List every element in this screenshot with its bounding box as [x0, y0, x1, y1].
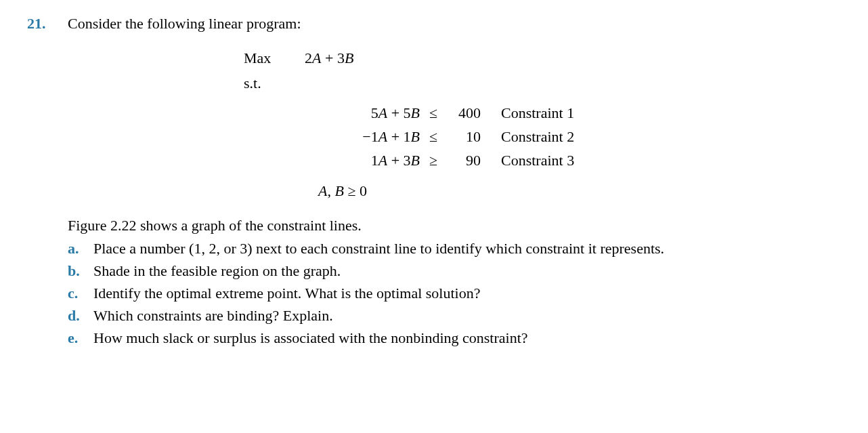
subpart-letter: a.	[68, 239, 93, 260]
subpart-b: b. Shade in the feasible region on the g…	[68, 261, 827, 282]
lp-block: Max 2A + 3B s.t.	[244, 48, 827, 94]
question-number: 21.	[27, 14, 68, 35]
objective-expr: 2A + 3B	[305, 48, 353, 69]
max-label: Max	[244, 48, 305, 69]
constraint-op: ≥	[420, 150, 447, 171]
c1-coef2: 5	[404, 104, 411, 121]
c3-coef1: 1	[371, 152, 378, 169]
obj-plus: +	[321, 49, 337, 66]
subpart-c: c. Identify the optimal extreme point. W…	[68, 283, 827, 304]
figure-reference: Figure 2.22 shows a graph of the constra…	[68, 215, 827, 236]
subparts-list: a. Place a number (1, 2, or 3) next to e…	[68, 239, 827, 348]
constraint-rhs: 400	[447, 103, 481, 124]
subpart-letter: b.	[68, 261, 93, 282]
c3-var1: A	[378, 152, 387, 169]
c1-coef1: 5	[371, 104, 378, 121]
constraint-lhs: 1A + 3B	[284, 150, 420, 171]
subpart-text: Identify the optimal extreme point. What…	[93, 283, 827, 304]
subpart-text: Shade in the feasible region on the grap…	[93, 261, 827, 282]
constraint-label: Constraint 1	[501, 103, 574, 124]
c1-var1: A	[378, 104, 387, 121]
c2-var1: A	[378, 128, 387, 145]
c1-mid: +	[387, 104, 403, 121]
subpart-text: How much slack or surplus is associated …	[93, 328, 827, 349]
constraint-op: ≤	[420, 103, 447, 124]
constraint-rhs: 10	[447, 127, 481, 148]
constraints-block: 5A + 5B ≤ 400 Constraint 1 −1A + 1B ≤ 10…	[284, 103, 827, 171]
st-label: s.t.	[244, 73, 305, 94]
constraint-row: −1A + 1B ≤ 10 Constraint 2	[284, 127, 827, 148]
c2-coef1: −1	[362, 128, 378, 145]
c3-mid: +	[387, 152, 403, 169]
nonneg-rhs: 0	[360, 182, 367, 199]
constraint-lhs: −1A + 1B	[284, 127, 420, 148]
c1-var2: B	[411, 104, 420, 121]
constraint-row: 5A + 5B ≤ 400 Constraint 1	[284, 103, 827, 124]
obj-var2: B	[345, 49, 353, 66]
c3-coef2: 3	[404, 152, 411, 169]
obj-coef2: 3	[337, 49, 345, 66]
subpart-text: Which constraints are binding? Explain.	[93, 306, 827, 327]
constraint-row: 1A + 3B ≥ 90 Constraint 3	[284, 150, 827, 171]
subpart-e: e. How much slack or surplus is associat…	[68, 328, 827, 349]
obj-var1: A	[312, 49, 321, 66]
nonneg-vars: A, B	[318, 182, 344, 199]
nonnegativity-row: A, B ≥ 0	[318, 181, 827, 202]
question-prompt: Consider the following linear program:	[68, 14, 827, 35]
c2-var2: B	[411, 128, 420, 145]
subpart-d: d. Which constraints are binding? Explai…	[68, 306, 827, 327]
nonneg-op: ≥	[344, 182, 360, 199]
subpart-letter: c.	[68, 283, 93, 304]
c3-var2: B	[411, 152, 420, 169]
constraint-label: Constraint 2	[501, 127, 574, 148]
constraint-label: Constraint 3	[501, 150, 574, 171]
st-row: s.t.	[244, 73, 827, 94]
subpart-text: Place a number (1, 2, or 3) next to each…	[93, 239, 827, 260]
question-header: 21. Consider the following linear progra…	[27, 14, 827, 35]
obj-coef1: 2	[305, 49, 312, 66]
constraint-lhs: 5A + 5B	[284, 103, 420, 124]
c2-mid: +	[387, 128, 403, 145]
subpart-letter: e.	[68, 328, 93, 349]
objective-row: Max 2A + 3B	[244, 48, 827, 69]
constraint-rhs: 90	[447, 150, 481, 171]
constraint-op: ≤	[420, 127, 447, 148]
c2-coef2: 1	[404, 128, 411, 145]
subpart-a: a. Place a number (1, 2, or 3) next to e…	[68, 239, 827, 260]
subpart-letter: d.	[68, 306, 93, 327]
